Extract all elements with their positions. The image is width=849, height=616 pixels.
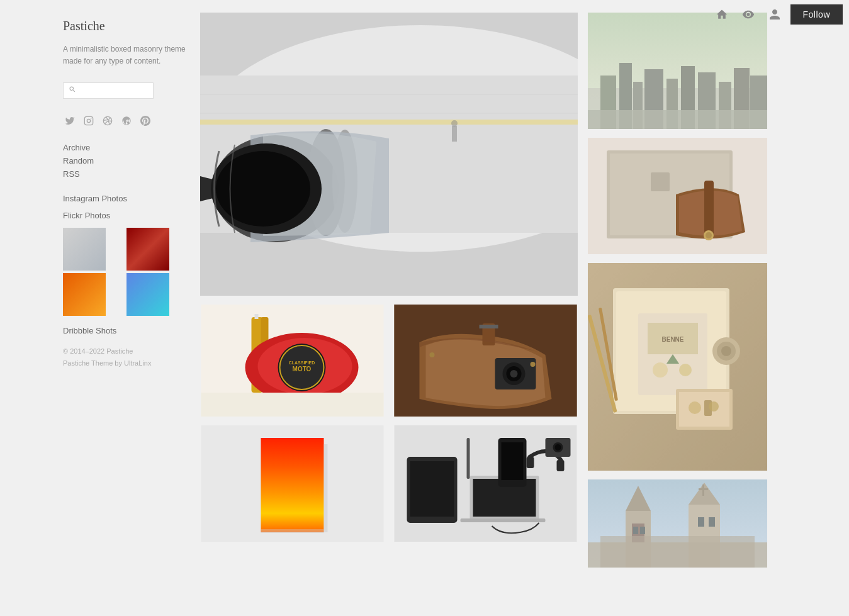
gradient-painting-image[interactable] [200, 425, 385, 542]
search-box[interactable] [63, 82, 154, 99]
theme-credit: Pastiche Theme by UltraLinx [63, 357, 188, 369]
right-column: BENNE [588, 13, 767, 568]
svg-rect-32 [480, 325, 498, 328]
leather-wallet-image[interactable] [588, 138, 767, 254]
svg-point-93 [709, 401, 719, 412]
svg-rect-0 [84, 117, 93, 125]
flickr-thumb-4[interactable] [127, 273, 169, 316]
tech-flatlay-image[interactable] [393, 425, 578, 542]
svg-point-38 [531, 362, 536, 367]
hero-image[interactable] [200, 13, 578, 296]
archive-link[interactable]: Archive [63, 143, 188, 152]
dribbble-section-title: Dribbble Shots [63, 326, 188, 335]
flickr-thumb-3[interactable] [63, 273, 106, 316]
svg-point-96 [721, 346, 731, 356]
eye-icon[interactable] [738, 4, 759, 25]
social-icons [63, 114, 188, 128]
motorcycle-image[interactable]: CLASSIFIED MOTO [200, 305, 385, 417]
svg-rect-107 [698, 517, 704, 527]
instagram-section-title: Instagram Photos [63, 194, 188, 203]
svg-text:MOTO: MOTO [293, 366, 312, 372]
svg-rect-41 [324, 444, 328, 532]
flickr-section-title: Flickr Photos [63, 211, 188, 220]
dribbble-icon[interactable] [101, 114, 115, 128]
flickr-thumb-1[interactable] [63, 228, 106, 271]
svg-point-91 [689, 401, 701, 414]
sidebar: Pastiche A minimalistic boxed masonry th… [44, 0, 200, 616]
twitter-icon[interactable] [63, 114, 77, 128]
top-bar: Follow [705, 0, 849, 29]
search-icon [69, 86, 76, 96]
rss-link[interactable]: RSS [63, 169, 188, 179]
svg-point-2 [91, 118, 91, 119]
svg-point-37 [430, 352, 435, 357]
svg-rect-15 [452, 126, 457, 142]
svg-rect-73 [651, 172, 670, 191]
follow-button[interactable]: Follow [790, 4, 843, 25]
site-title: Pastiche [63, 19, 188, 33]
random-link[interactable]: Random [63, 156, 188, 165]
sidebar-footer: © 2014–2022 Pastiche Pastiche Theme by U… [63, 345, 188, 369]
svg-rect-46 [461, 518, 546, 522]
svg-rect-110 [600, 536, 755, 568]
svg-rect-69 [588, 110, 767, 129]
flickr-grid [63, 228, 188, 316]
image-row-1: CLASSIFIED MOTO [200, 305, 578, 417]
svg-rect-12 [200, 120, 578, 125]
svg-text:BENNE: BENNE [661, 336, 683, 343]
nav-links: Archive Random RSS [63, 143, 188, 179]
svg-text:CLASSIFIED: CLASSIFIED [289, 361, 315, 365]
svg-rect-50 [502, 442, 524, 480]
svg-point-55 [555, 444, 561, 451]
camera-bag-image[interactable] [393, 305, 578, 417]
pinterest-icon[interactable] [138, 114, 152, 128]
center-column: CLASSIFIED MOTO [200, 13, 578, 568]
search-input[interactable] [79, 86, 148, 95]
site-description: A minimalistic boxed masonry theme made … [63, 43, 188, 67]
svg-point-1 [87, 120, 90, 123]
svg-rect-106 [640, 527, 645, 534]
svg-rect-48 [410, 461, 454, 517]
svg-point-85 [653, 362, 668, 378]
svg-rect-104 [699, 488, 708, 490]
svg-point-76 [706, 232, 712, 238]
svg-rect-56 [467, 438, 470, 479]
svg-rect-51 [527, 457, 534, 468]
svg-rect-52 [557, 460, 565, 471]
flickr-thumb-2[interactable] [127, 228, 169, 271]
copyright: © 2014–2022 Pastiche [63, 345, 188, 357]
svg-point-86 [679, 364, 692, 376]
svg-rect-27 [201, 393, 384, 417]
svg-rect-28 [255, 314, 259, 319]
svg-rect-108 [709, 517, 715, 527]
city-skyline-image[interactable] [588, 13, 767, 129]
image-row-2 [200, 425, 578, 542]
home-icon[interactable] [711, 4, 733, 25]
svg-rect-105 [633, 527, 638, 534]
svg-rect-42 [261, 529, 324, 533]
stationery-flatlay-image[interactable]: BENNE [588, 263, 767, 471]
svg-point-16 [451, 120, 458, 126]
person-icon[interactable] [764, 4, 785, 25]
svg-point-36 [510, 370, 518, 378]
wordpress-icon[interactable] [120, 114, 133, 128]
svg-rect-40 [261, 438, 324, 532]
building-architecture-image[interactable] [588, 479, 767, 568]
instagram-icon[interactable] [82, 114, 96, 128]
svg-rect-74 [704, 181, 714, 237]
main-content: CLASSIFIED MOTO [200, 0, 849, 580]
